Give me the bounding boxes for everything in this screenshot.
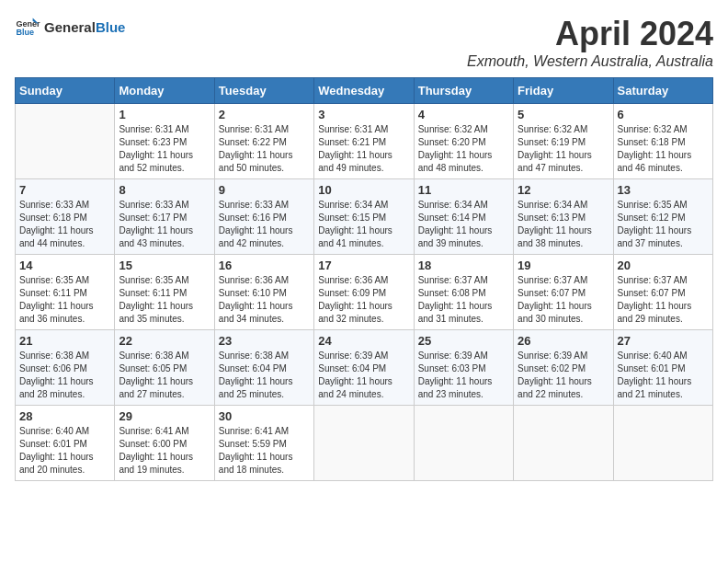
- day-info: Sunrise: 6:35 AM Sunset: 6:12 PM Dayligh…: [618, 199, 709, 250]
- calendar-cell: 17Sunrise: 6:36 AM Sunset: 6:09 PM Dayli…: [314, 255, 414, 330]
- day-number: 7: [19, 183, 110, 197]
- calendar-cell: 19Sunrise: 6:37 AM Sunset: 6:07 PM Dayli…: [514, 255, 613, 330]
- day-number: 6: [618, 108, 709, 121]
- day-info: Sunrise: 6:34 AM Sunset: 6:14 PM Dayligh…: [418, 199, 509, 250]
- day-number: 27: [618, 334, 709, 348]
- logo: General Blue GeneralBlue: [15, 15, 125, 40]
- weekday-header-monday: Monday: [115, 78, 214, 104]
- calendar-cell: 6Sunrise: 6:32 AM Sunset: 6:18 PM Daylig…: [613, 104, 712, 179]
- calendar-cell: 8Sunrise: 6:33 AM Sunset: 6:17 PM Daylig…: [115, 179, 214, 255]
- weekday-header-friday: Friday: [514, 78, 613, 104]
- calendar-cell: 28Sunrise: 6:40 AM Sunset: 6:01 PM Dayli…: [16, 406, 115, 481]
- calendar-cell: 24Sunrise: 6:39 AM Sunset: 6:04 PM Dayli…: [314, 330, 414, 406]
- weekday-header-row: SundayMondayTuesdayWednesdayThursdayFrid…: [16, 78, 713, 104]
- calendar-cell: 9Sunrise: 6:33 AM Sunset: 6:16 PM Daylig…: [214, 179, 313, 255]
- calendar-week-row: 28Sunrise: 6:40 AM Sunset: 6:01 PM Dayli…: [16, 406, 713, 481]
- calendar-cell: 11Sunrise: 6:34 AM Sunset: 6:14 PM Dayli…: [414, 179, 513, 255]
- calendar-cell: 26Sunrise: 6:39 AM Sunset: 6:02 PM Dayli…: [514, 330, 613, 406]
- day-info: Sunrise: 6:32 AM Sunset: 6:19 PM Dayligh…: [518, 123, 609, 175]
- calendar-cell: [16, 104, 115, 179]
- day-number: 14: [19, 259, 110, 272]
- day-info: Sunrise: 6:31 AM Sunset: 6:22 PM Dayligh…: [219, 123, 310, 175]
- day-info: Sunrise: 6:40 AM Sunset: 6:01 PM Dayligh…: [618, 350, 709, 401]
- calendar-cell: [613, 406, 712, 481]
- day-number: 23: [219, 334, 310, 348]
- day-number: 9: [219, 183, 310, 197]
- day-number: 3: [318, 108, 409, 121]
- day-info: Sunrise: 6:41 AM Sunset: 6:00 PM Dayligh…: [119, 425, 210, 477]
- calendar-cell: 16Sunrise: 6:36 AM Sunset: 6:10 PM Dayli…: [214, 255, 313, 330]
- day-number: 22: [119, 334, 210, 348]
- day-info: Sunrise: 6:37 AM Sunset: 6:07 PM Dayligh…: [518, 274, 609, 326]
- calendar-cell: 18Sunrise: 6:37 AM Sunset: 6:08 PM Dayli…: [414, 255, 513, 330]
- calendar-week-row: 7Sunrise: 6:33 AM Sunset: 6:18 PM Daylig…: [16, 179, 713, 255]
- calendar-cell: [514, 406, 613, 481]
- day-info: Sunrise: 6:32 AM Sunset: 6:20 PM Dayligh…: [418, 123, 509, 175]
- calendar-cell: 3Sunrise: 6:31 AM Sunset: 6:21 PM Daylig…: [314, 104, 414, 179]
- day-info: Sunrise: 6:31 AM Sunset: 6:21 PM Dayligh…: [318, 123, 409, 175]
- calendar-week-row: 14Sunrise: 6:35 AM Sunset: 6:11 PM Dayli…: [16, 255, 713, 330]
- location-title: Exmouth, Western Australia, Australia: [467, 53, 713, 70]
- day-number: 13: [618, 183, 709, 197]
- calendar-cell: 5Sunrise: 6:32 AM Sunset: 6:19 PM Daylig…: [514, 104, 613, 179]
- day-number: 2: [219, 108, 310, 121]
- calendar-cell: 29Sunrise: 6:41 AM Sunset: 6:00 PM Dayli…: [115, 406, 214, 481]
- day-number: 29: [119, 409, 210, 423]
- day-info: Sunrise: 6:37 AM Sunset: 6:08 PM Dayligh…: [418, 274, 509, 326]
- day-info: Sunrise: 6:37 AM Sunset: 6:07 PM Dayligh…: [618, 274, 709, 326]
- calendar-cell: 1Sunrise: 6:31 AM Sunset: 6:23 PM Daylig…: [115, 104, 214, 179]
- weekday-header-wednesday: Wednesday: [314, 78, 414, 104]
- day-number: 4: [418, 108, 509, 121]
- day-info: Sunrise: 6:31 AM Sunset: 6:23 PM Dayligh…: [119, 123, 210, 175]
- day-number: 28: [19, 409, 110, 423]
- day-number: 17: [318, 259, 409, 272]
- calendar-table: SundayMondayTuesdayWednesdayThursdayFrid…: [15, 77, 713, 481]
- calendar-cell: 20Sunrise: 6:37 AM Sunset: 6:07 PM Dayli…: [613, 255, 712, 330]
- weekday-header-saturday: Saturday: [613, 78, 712, 104]
- day-number: 11: [418, 183, 509, 197]
- weekday-header-sunday: Sunday: [16, 78, 115, 104]
- day-info: Sunrise: 6:39 AM Sunset: 6:03 PM Dayligh…: [418, 350, 509, 401]
- calendar-cell: 7Sunrise: 6:33 AM Sunset: 6:18 PM Daylig…: [16, 179, 115, 255]
- day-info: Sunrise: 6:38 AM Sunset: 6:04 PM Dayligh…: [219, 350, 310, 401]
- calendar-cell: 13Sunrise: 6:35 AM Sunset: 6:12 PM Dayli…: [613, 179, 712, 255]
- day-number: 20: [618, 259, 709, 272]
- month-title: April 2024: [467, 15, 713, 53]
- day-info: Sunrise: 6:41 AM Sunset: 5:59 PM Dayligh…: [219, 425, 310, 477]
- calendar-cell: 25Sunrise: 6:39 AM Sunset: 6:03 PM Dayli…: [414, 330, 513, 406]
- day-info: Sunrise: 6:34 AM Sunset: 6:15 PM Dayligh…: [318, 199, 409, 250]
- svg-text:Blue: Blue: [16, 28, 34, 37]
- day-number: 1: [119, 108, 210, 121]
- day-info: Sunrise: 6:35 AM Sunset: 6:11 PM Dayligh…: [119, 274, 210, 326]
- day-number: 19: [518, 259, 609, 272]
- logo-blue-text: Blue: [96, 19, 126, 35]
- weekday-header-tuesday: Tuesday: [214, 78, 313, 104]
- svg-text:General: General: [16, 19, 40, 29]
- calendar-cell: [414, 406, 513, 481]
- calendar-cell: 30Sunrise: 6:41 AM Sunset: 5:59 PM Dayli…: [214, 406, 313, 481]
- day-number: 8: [119, 183, 210, 197]
- day-number: 12: [518, 183, 609, 197]
- calendar-cell: [314, 406, 414, 481]
- day-info: Sunrise: 6:38 AM Sunset: 6:05 PM Dayligh…: [119, 350, 210, 401]
- day-info: Sunrise: 6:33 AM Sunset: 6:17 PM Dayligh…: [119, 199, 210, 250]
- logo-icon: General Blue: [15, 15, 40, 40]
- day-number: 10: [318, 183, 409, 197]
- day-info: Sunrise: 6:39 AM Sunset: 6:04 PM Dayligh…: [318, 350, 409, 401]
- day-info: Sunrise: 6:33 AM Sunset: 6:16 PM Dayligh…: [219, 199, 310, 250]
- calendar-week-row: 1Sunrise: 6:31 AM Sunset: 6:23 PM Daylig…: [16, 104, 713, 179]
- calendar-week-row: 21Sunrise: 6:38 AM Sunset: 6:06 PM Dayli…: [16, 330, 713, 406]
- day-info: Sunrise: 6:36 AM Sunset: 6:09 PM Dayligh…: [318, 274, 409, 326]
- calendar-cell: 12Sunrise: 6:34 AM Sunset: 6:13 PM Dayli…: [514, 179, 613, 255]
- calendar-cell: 4Sunrise: 6:32 AM Sunset: 6:20 PM Daylig…: [414, 104, 513, 179]
- page-header: General Blue GeneralBlue April 2024 Exmo…: [15, 15, 713, 70]
- day-info: Sunrise: 6:34 AM Sunset: 6:13 PM Dayligh…: [518, 199, 609, 250]
- day-number: 24: [318, 334, 409, 348]
- title-area: April 2024 Exmouth, Western Australia, A…: [467, 15, 713, 70]
- calendar-cell: 22Sunrise: 6:38 AM Sunset: 6:05 PM Dayli…: [115, 330, 214, 406]
- calendar-cell: 23Sunrise: 6:38 AM Sunset: 6:04 PM Dayli…: [214, 330, 313, 406]
- calendar-cell: 10Sunrise: 6:34 AM Sunset: 6:15 PM Dayli…: [314, 179, 414, 255]
- calendar-cell: 27Sunrise: 6:40 AM Sunset: 6:01 PM Dayli…: [613, 330, 712, 406]
- day-info: Sunrise: 6:38 AM Sunset: 6:06 PM Dayligh…: [19, 350, 110, 401]
- day-number: 25: [418, 334, 509, 348]
